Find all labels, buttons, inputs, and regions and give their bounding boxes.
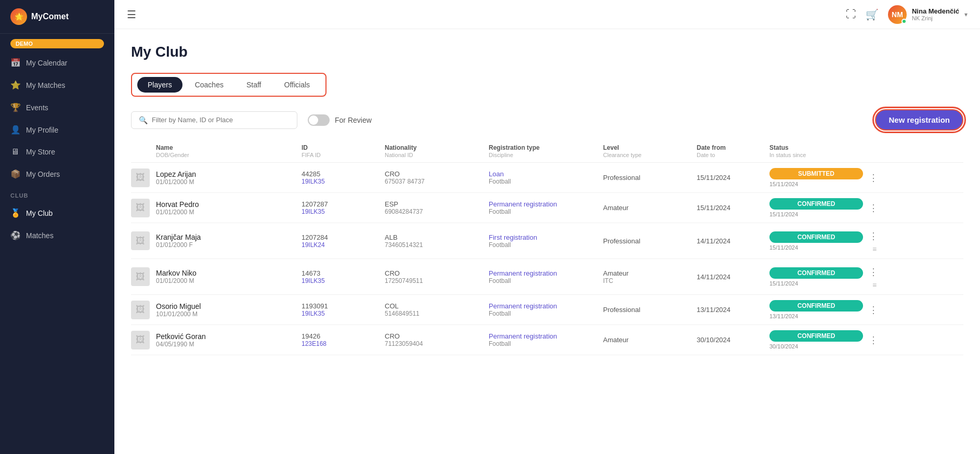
filter-row: 🔍 For Review New registration xyxy=(131,109,963,131)
fullscreen-icon[interactable]: ⛶ xyxy=(846,8,856,20)
tab-coaches[interactable]: Coaches xyxy=(185,77,234,93)
player-regtype-cell-2: First registration Football xyxy=(489,234,603,249)
topbar-left: ☰ xyxy=(127,8,136,21)
player-avatar-4: 🖼 xyxy=(131,301,150,319)
table-row: 🖼 Kranjčar Maja 01/01/2000 F 1207284 19I… xyxy=(131,223,963,259)
table-row: 🖼 Petković Goran 04/05/1990 M 19426 123E… xyxy=(131,325,963,355)
sidebar-item-orders[interactable]: 📦My Orders xyxy=(0,163,114,185)
topbar: ☰ ⛶ 🛒 NM Nina Medenčić NK Zrinj ▾ xyxy=(114,0,980,29)
player-avatar-5: 🖼 xyxy=(131,331,150,349)
cart-icon[interactable]: 🛒 xyxy=(866,8,879,21)
sidebar-label-calendar: My Calendar xyxy=(26,59,67,67)
player-date-cell-3: 14/11/2024 xyxy=(697,273,769,281)
user-info: Nina Medenčić NK Zrinj xyxy=(912,7,959,21)
col-header-level: Level Clearance type xyxy=(603,144,697,158)
tabs-section: PlayersCoachesStaffOfficials xyxy=(131,73,326,97)
player-regtype-cell-5: Permanent registration Football xyxy=(489,332,603,347)
player-date-cell-2: 14/11/2024 xyxy=(697,237,769,245)
row-menu-btn-5[interactable]: ⋮ xyxy=(866,332,881,348)
sidebar-club-label-my-club: My Club xyxy=(26,209,53,217)
row-menu-btn-4[interactable]: ⋮ xyxy=(866,302,881,318)
app-name: MyComet xyxy=(31,12,69,21)
player-level-cell-2: Professional xyxy=(603,237,697,245)
sidebar-label-events: Events xyxy=(26,103,48,112)
status-badge-4: CONFIRMED xyxy=(769,300,863,312)
profile-icon: 👤 xyxy=(10,125,20,135)
main-area: ☰ ⛶ 🛒 NM Nina Medenčić NK Zrinj ▾ My Clu… xyxy=(114,0,980,454)
player-actions-cell-2: ⋮ ≡ xyxy=(863,228,884,253)
player-id-cell-3: 14673 19ILK35 xyxy=(302,269,385,284)
player-avatar-0: 🖼 xyxy=(131,168,150,187)
player-status-cell-4: CONFIRMED 13/11/2024 xyxy=(769,300,863,319)
player-nat-cell-2: ALB 73460514321 xyxy=(385,234,489,249)
player-actions-cell-1: ⋮ xyxy=(863,200,884,216)
sidebar-label-orders: My Orders xyxy=(26,170,60,178)
col-header-regtype: Registration type Discipline xyxy=(489,144,603,158)
status-badge-5: CONFIRMED xyxy=(769,330,863,342)
row-menu-btn-3[interactable]: ⋮ xyxy=(866,264,881,280)
tab-players[interactable]: Players xyxy=(137,77,182,93)
tab-officials[interactable]: Officials xyxy=(274,77,321,93)
for-review-toggle[interactable] xyxy=(308,114,330,126)
demo-badge: DEMO xyxy=(10,39,104,48)
sidebar-item-matches[interactable]: ⭐My Matches xyxy=(0,74,114,96)
matches-club-icon: ⚽ xyxy=(10,230,20,240)
player-date-cell-4: 13/11/2024 xyxy=(697,306,769,314)
player-status-cell-2: CONFIRMED 15/11/2024 xyxy=(769,231,863,251)
player-regtype-cell-0: Loan Football xyxy=(489,170,603,185)
player-nat-cell-3: CRO 17250749511 xyxy=(385,269,489,284)
player-level-cell-1: Amateur xyxy=(603,204,697,212)
user-area[interactable]: NM Nina Medenčić NK Zrinj ▾ xyxy=(888,5,968,24)
player-id-cell-1: 1207287 19ILK35 xyxy=(302,200,385,215)
user-name: Nina Medenčić xyxy=(912,7,959,15)
topbar-right: ⛶ 🛒 NM Nina Medenčić NK Zrinj ▾ xyxy=(846,5,968,24)
sidebar-item-profile[interactable]: 👤My Profile xyxy=(0,119,114,141)
player-nat-cell-5: CRO 71123059404 xyxy=(385,332,489,347)
player-avatar-1: 🖼 xyxy=(131,199,150,217)
player-name-cell-5: Petković Goran 04/05/1990 M xyxy=(156,332,302,348)
for-review-label: For Review xyxy=(335,116,372,124)
player-nat-cell-1: ESP 69084284737 xyxy=(385,200,489,215)
table-row: 🖼 Markov Niko 01/01/2000 M 14673 19ILK35… xyxy=(131,259,963,295)
club-section-label: CLUB xyxy=(0,185,114,202)
row-menu-btn-0[interactable]: ⋮ xyxy=(866,170,881,186)
player-actions-cell-4: ⋮ xyxy=(863,302,884,318)
chevron-down-icon: ▾ xyxy=(964,11,968,18)
table-row: 🖼 Lopez Arijan 01/01/2000 M 44285 19ILK3… xyxy=(131,163,963,193)
matches-icon: ⭐ xyxy=(10,80,20,90)
player-nat-cell-0: CRO 675037 84737 xyxy=(385,170,489,185)
player-actions-cell-5: ⋮ xyxy=(863,332,884,348)
page-title: My Club xyxy=(131,44,963,60)
player-name-cell-3: Markov Niko 01/01/2000 M xyxy=(156,269,302,284)
table-header: Name DOB/Gender ID FIFA ID Nationality N… xyxy=(131,141,963,163)
sidebar-item-calendar[interactable]: 📅My Calendar xyxy=(0,51,114,74)
player-level-cell-0: Professional xyxy=(603,174,697,181)
tab-staff[interactable]: Staff xyxy=(236,77,272,93)
player-name-cell-4: Osorio Miguel 101/01/2000 M xyxy=(156,302,302,318)
sidebar-club-item-my-club[interactable]: 🏅My Club xyxy=(0,202,114,224)
sidebar: 🌟 MyComet DEMO 📅My Calendar⭐My Matches🏆E… xyxy=(0,0,114,454)
search-icon: 🔍 xyxy=(139,116,148,124)
row-menu-btn-2[interactable]: ⋮ xyxy=(866,228,881,244)
new-registration-button[interactable]: New registration xyxy=(875,109,963,131)
search-input[interactable] xyxy=(152,116,290,124)
user-club: NK Zrinj xyxy=(912,15,959,21)
status-badge-1: CONFIRMED xyxy=(769,198,863,210)
player-regtype-cell-4: Permanent registration Football xyxy=(489,302,603,317)
col-header-datefrom: Date from Date to xyxy=(697,144,769,158)
status-badge-0: SUBMITTED xyxy=(769,168,863,179)
player-date-cell-0: 15/11/2024 xyxy=(697,174,769,181)
player-avatar-2: 🖼 xyxy=(131,231,150,250)
sidebar-club-item-matches[interactable]: ⚽Matches xyxy=(0,224,114,247)
sidebar-item-store[interactable]: 🖥My Store xyxy=(0,141,114,163)
player-name-cell-1: Horvat Pedro 01/01/2000 M xyxy=(156,200,302,216)
sidebar-logo: 🌟 MyComet xyxy=(0,0,114,34)
player-id-cell-5: 19426 123E168 xyxy=(302,332,385,347)
player-status-cell-5: CONFIRMED 30/10/2024 xyxy=(769,330,863,349)
player-avatar-3: 🖼 xyxy=(131,267,150,286)
row-menu-btn-1[interactable]: ⋮ xyxy=(866,200,881,216)
hamburger-menu[interactable]: ☰ xyxy=(127,8,136,21)
player-actions-cell-3: ⋮ ≡ xyxy=(863,264,884,289)
player-name-cell-0: Lopez Arijan 01/01/2000 M xyxy=(156,170,302,186)
sidebar-item-events[interactable]: 🏆Events xyxy=(0,96,114,119)
